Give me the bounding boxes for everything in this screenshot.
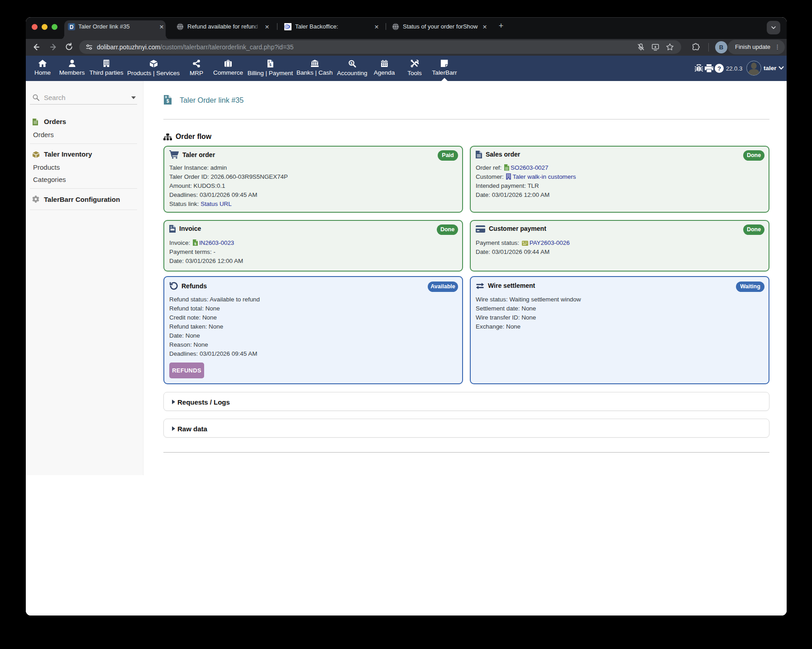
svg-text:?: ? xyxy=(717,65,721,72)
svg-text:$: $ xyxy=(194,242,196,246)
svg-text:$: $ xyxy=(167,99,169,104)
svg-text:$: $ xyxy=(350,61,353,65)
svg-text:$: $ xyxy=(269,62,272,67)
